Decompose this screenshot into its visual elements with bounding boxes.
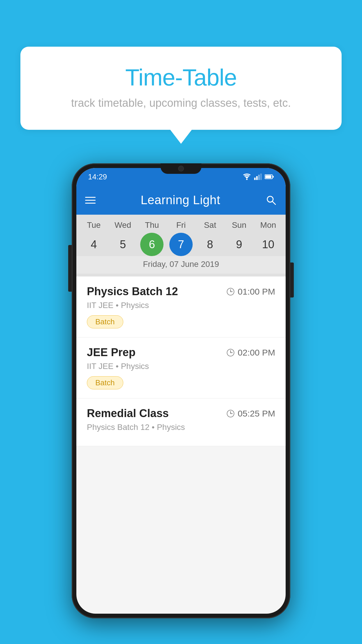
tooltip-subtitle: track timetable, upcoming classes, tests… [44,97,318,109]
date-8[interactable]: 8 [198,233,222,256]
class-meta-3: Physics Batch 12 • Physics [87,423,275,432]
phone-outer: 14:29 [72,163,290,618]
day-fri[interactable]: Fri [169,220,193,230]
class-card-physics-batch-12[interactable]: Physics Batch 12 01:00 PM IIT JEE • Phys… [76,276,286,337]
status-icons [242,174,274,180]
svg-rect-2 [254,178,256,180]
batch-badge-1: Batch [87,315,123,328]
svg-rect-4 [258,175,260,180]
tooltip-title: Time-Table [44,64,318,91]
class-time-2: 02:00 PM [226,348,275,358]
day-numbers: 4 5 6 7 8 9 10 [76,233,286,256]
day-mon[interactable]: Mon [256,220,280,230]
class-card-header-3: Remedial Class 05:25 PM [87,407,275,420]
svg-marker-0 [245,176,249,179]
calendar-week: Tue Wed Thu Fri Sat Sun Mon 4 5 6 7 8 9 … [76,215,286,276]
day-headers: Tue Wed Thu Fri Sat Sun Mon [76,220,286,230]
svg-line-10 [272,201,275,204]
date-5[interactable]: 5 [111,233,135,256]
phone-notch [161,163,201,174]
day-sat[interactable]: Sat [198,220,222,230]
day-wed[interactable]: Wed [111,220,135,230]
date-6-today[interactable]: 6 [140,233,164,256]
batch-badge-2: Batch [87,376,123,389]
class-meta-2: IIT JEE • Physics [87,362,275,371]
day-thu[interactable]: Thu [140,220,164,230]
class-name-3: Remedial Class [87,407,169,420]
classes-list: Physics Batch 12 01:00 PM IIT JEE • Phys… [76,276,286,446]
menu-button[interactable] [85,197,96,204]
date-10[interactable]: 10 [256,233,280,256]
clock-icon-2 [226,348,235,357]
app-bar-title: Learning Light [140,193,220,207]
app-bar: Learning Light [76,186,286,215]
day-sun[interactable]: Sun [227,220,251,230]
svg-rect-3 [256,176,258,180]
search-button[interactable] [265,194,277,206]
svg-rect-5 [260,174,262,180]
clock-icon-3 [226,409,235,418]
day-tue[interactable]: Tue [82,220,106,230]
class-card-header-1: Physics Batch 12 01:00 PM [87,285,275,298]
class-meta-1: IIT JEE • Physics [87,301,275,310]
class-card-jee-prep[interactable]: JEE Prep 02:00 PM IIT JEE • Physics Batc… [76,337,286,398]
class-name-1: Physics Batch 12 [87,285,178,298]
svg-rect-8 [265,175,271,178]
class-time-3: 05:25 PM [226,409,275,419]
tooltip-card: Time-Table track timetable, upcoming cla… [20,47,342,130]
date-7-selected[interactable]: 7 [169,233,193,256]
phone-frame: 14:29 [72,163,290,618]
clock-icon-1 [226,287,235,296]
phone-screen: 14:29 [76,168,286,614]
svg-point-1 [246,179,248,180]
class-time-1: 01:00 PM [226,287,275,297]
front-camera [178,166,184,172]
status-time: 14:29 [88,172,107,181]
svg-rect-7 [273,176,274,178]
selected-date-label: Friday, 07 June 2019 [76,256,286,274]
signal-icon [254,174,262,180]
class-card-remedial[interactable]: Remedial Class 05:25 PM Physics Batch 12… [76,398,286,446]
wifi-icon [242,174,251,180]
battery-icon [265,174,274,179]
class-card-header-2: JEE Prep 02:00 PM [87,346,275,359]
date-9[interactable]: 9 [227,233,251,256]
class-name-2: JEE Prep [87,346,136,359]
date-4[interactable]: 4 [82,233,106,256]
